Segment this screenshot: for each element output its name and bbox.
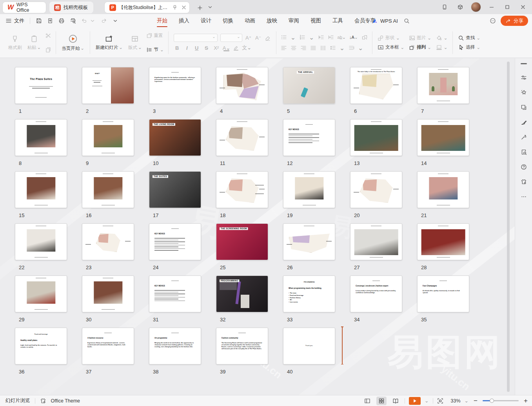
theme-name-label[interactable]: Office Theme (51, 398, 80, 404)
slide-thumbnail-37[interactable]: A fashion resourceA generous library of … (82, 328, 134, 364)
slide-thumbnail-24[interactable]: KEY MOVES (149, 223, 201, 260)
font-color-button[interactable]: A⌄ (223, 45, 231, 51)
reading-view-button[interactable] (390, 397, 401, 405)
align-center-icon[interactable] (291, 45, 297, 51)
font-family-select[interactable] (174, 34, 218, 42)
convert-smartart-icon[interactable] (361, 34, 368, 40)
decrease-indent-icon[interactable] (318, 34, 324, 40)
slide-thumbnail-15[interactable] (15, 171, 67, 208)
tab-slideshow[interactable]: 放映 (266, 15, 278, 27)
close-window-button[interactable] (518, 2, 528, 12)
zoom-slider[interactable] (483, 400, 519, 401)
format-painter-button[interactable]: 格式刷 (5, 30, 25, 55)
clear-format-icon[interactable] (265, 35, 271, 41)
quickbar-chevron[interactable] (112, 18, 118, 24)
save-button[interactable] (36, 18, 42, 24)
slide-thumbnail-23[interactable] (82, 223, 134, 260)
slide-thumbnail-7[interactable] (417, 67, 469, 104)
slide-thumbnail-28[interactable] (417, 223, 469, 260)
zoom-slider-thumb[interactable] (490, 399, 494, 403)
slide-thumbnail-12[interactable]: KEY MOVES (283, 119, 335, 156)
justify-icon[interactable] (310, 45, 316, 51)
help-icon[interactable] (521, 164, 527, 170)
pictures-button[interactable]: 图片⌄ (409, 35, 431, 41)
more-options-icon[interactable] (490, 18, 496, 24)
slide-sorter-canvas[interactable]: 易 易 yitu.cn yitu.cn 易图网 The Plaza Suites… (0, 58, 515, 395)
print-button[interactable] (58, 18, 65, 24)
slide-thumbnail-4[interactable] (216, 67, 268, 104)
slide-manager-icon[interactable] (521, 104, 527, 111)
slide-thumbnail-38[interactable]: Art programmeMerging the world of art an… (149, 328, 201, 364)
tab-review[interactable]: 审阅 (288, 15, 300, 27)
slide-thumbnail-19[interactable] (283, 171, 335, 208)
device-preview-icon[interactable] (439, 2, 450, 12)
tab-list-chevron[interactable] (207, 4, 213, 10)
slide-thumbnail-1[interactable]: The Plaza Suites (15, 67, 67, 104)
shapes-button[interactable]: 形状⌄ (378, 35, 404, 41)
slide-thumbnail-27[interactable] (350, 223, 402, 260)
play-options-chevron[interactable]: ⌄ (425, 398, 429, 404)
user-avatar[interactable] (471, 2, 481, 12)
numbered-list-icon[interactable] (299, 34, 305, 40)
slide-thumbnail-22[interactable] (15, 223, 67, 260)
slide-thumbnail-2[interactable]: WHAT? (82, 67, 134, 104)
copy-icon[interactable] (45, 47, 51, 53)
share-button[interactable]: 分享 (501, 16, 528, 26)
decrease-font-button[interactable]: A⁻ (255, 35, 262, 41)
superscript-button[interactable]: X² (213, 45, 220, 51)
slide-thumbnail-36[interactable]: Food and beverageHealthy small platesLig… (15, 328, 67, 364)
find-button[interactable]: 查找⌄ (458, 35, 480, 41)
slide-sorter-view-button[interactable] (376, 397, 387, 405)
slide-thumbnail-29[interactable] (15, 276, 67, 312)
slideshow-play-button[interactable] (409, 397, 421, 405)
smart-beautify-wand-icon[interactable] (521, 134, 527, 140)
slide-thumbnail-33[interactable]: PROGRAMMINGWhen programming meets the bu… (283, 276, 335, 312)
properties-sliders-icon[interactable] (521, 74, 527, 81)
columns-icon[interactable] (320, 45, 326, 51)
new-slide-button[interactable]: 新建幻灯片⌄ (93, 30, 125, 55)
slide-thumbnail-17[interactable]: THE SUITES (149, 171, 201, 208)
zoom-out-button[interactable]: − (472, 397, 479, 404)
slide-thumbnail-34[interactable]: Concierge | stockroom | fashion expertLu… (350, 276, 402, 312)
vertical-scrollbar[interactable] (507, 62, 510, 392)
align-right-icon[interactable] (300, 45, 307, 51)
collapse-handle[interactable] (521, 63, 527, 64)
slide-thumbnail-31[interactable]: KEY MOVES (149, 276, 201, 312)
shape-outline-button[interactable]: ⌄ (436, 44, 448, 51)
slide-thumbnail-40[interactable]: Thank you. (283, 328, 335, 364)
arrange-button[interactable]: 排列⌄ (409, 44, 431, 51)
skin-theme-icon[interactable] (521, 179, 527, 185)
zoom-percentage[interactable]: 33% (447, 398, 461, 404)
shape-fill-button[interactable]: ⌄ (436, 35, 448, 41)
more-dots-icon[interactable] (521, 194, 527, 200)
align-left-icon[interactable] (281, 45, 287, 51)
tab-view[interactable]: 视图 (310, 15, 322, 27)
new-tab-button[interactable] (197, 5, 203, 11)
output-button[interactable] (47, 18, 53, 24)
slide-thumbnail-11[interactable] (216, 119, 268, 156)
play-from-current-button[interactable]: 当页开始⌄ (59, 30, 87, 55)
slide-thumbnail-13[interactable] (350, 119, 402, 156)
slide-thumbnail-5[interactable]: THE ARRIVAL (283, 67, 335, 104)
zoom-in-button[interactable]: + (523, 397, 529, 404)
slide-thumbnail-3[interactable]: A gathering space for the fashion commun… (149, 67, 201, 104)
font-size-select[interactable] (220, 34, 242, 42)
minimize-button[interactable] (487, 2, 497, 12)
pin-tab-icon[interactable] (172, 4, 178, 11)
select-button[interactable]: 选择⌄ (458, 44, 480, 51)
italic-button[interactable]: I (183, 45, 191, 51)
increase-indent-icon[interactable] (328, 34, 334, 40)
tab-home-ribbon[interactable]: 开始 (156, 15, 168, 27)
underline-button[interactable]: U (193, 45, 200, 51)
textbox-button[interactable]: A 文本框⌄ (378, 44, 404, 51)
highlight-color-icon[interactable] (233, 45, 239, 51)
slide-thumbnail-6[interactable]: The main lobby is the introduction to Th… (350, 67, 402, 104)
search-icon[interactable] (403, 18, 410, 24)
paste-button[interactable]: 粘贴⌄ (25, 30, 44, 55)
slide-thumbnail-30[interactable] (82, 276, 134, 312)
slide-thumbnail-39[interactable]: Fashion communityThe Screening Room will… (216, 328, 268, 364)
increase-font-button[interactable]: A⁺ (245, 35, 252, 41)
slide-thumbnail-20[interactable] (350, 171, 402, 208)
tab-tools[interactable]: 工具 (332, 15, 344, 27)
print-preview-button[interactable] (70, 18, 76, 24)
